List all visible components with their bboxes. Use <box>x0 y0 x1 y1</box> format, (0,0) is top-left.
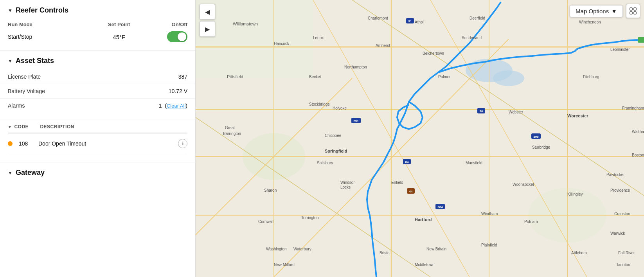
license-plate-value: 387 <box>178 74 187 80</box>
svg-text:Hancock: Hancock <box>274 41 290 46</box>
alarms-section: ▼ CODE DESCRIPTION 108 Door Open Timeout… <box>0 119 195 162</box>
reefer-controls-section: ▼ Reefer Controls Run Mode Set Point On/… <box>0 0 195 50</box>
map-options-label: Map Options <box>576 8 609 14</box>
map-options-chevron: ▼ <box>611 8 617 14</box>
svg-text:Hartford: Hartford <box>415 217 432 222</box>
svg-text:Leominster: Leominster <box>610 47 630 52</box>
start-stop-label: Start/Stop <box>8 34 82 40</box>
svg-text:Salisbury: Salisbury <box>317 161 333 165</box>
svg-text:Windham: Windham <box>481 212 498 216</box>
alarms-table-header[interactable]: ▼ CODE DESCRIPTION <box>8 119 187 133</box>
asset-stats-header[interactable]: ▼ Asset Stats <box>0 50 195 70</box>
svg-text:384: 384 <box>437 205 443 209</box>
asset-stats-triangle: ▼ <box>8 58 13 64</box>
svg-text:291: 291 <box>353 119 359 123</box>
alarms-row: Alarms 1 (Clear All) <box>0 99 195 113</box>
svg-text:Waltham: Waltham <box>632 130 644 134</box>
svg-text:Fall River: Fall River <box>618 251 635 255</box>
reefer-controls-title: Reefer Controls <box>16 6 68 14</box>
svg-text:Stockbridge: Stockbridge <box>309 102 330 106</box>
play-button[interactable]: ▶ <box>200 21 215 37</box>
map-top-right-controls: Map Options ▼ <box>570 4 640 18</box>
map-options-button[interactable]: Map Options ▼ <box>570 5 623 17</box>
license-plate-row: License Plate 387 <box>0 70 195 84</box>
toggle-track <box>167 31 187 42</box>
alarm-dot-0 <box>8 141 13 146</box>
svg-text:New Britain: New Britain <box>426 247 446 251</box>
map-expand-button[interactable] <box>626 4 640 18</box>
on-off-toggle[interactable] <box>167 31 187 42</box>
svg-text:Belchertown: Belchertown <box>423 51 444 56</box>
alarm-info-icon-0[interactable]: ℹ <box>178 139 187 148</box>
reefer-controls-header[interactable]: ▼ Reefer Controls <box>0 0 195 19</box>
svg-text:Amherst: Amherst <box>376 43 390 48</box>
svg-text:Fitchburg: Fitchburg <box>583 75 599 79</box>
svg-text:Middletown: Middletown <box>415 263 435 267</box>
svg-text:Chicopee: Chicopee <box>325 133 342 138</box>
svg-text:Pittsfield: Pittsfield <box>227 74 243 79</box>
asset-stats-title: Asset Stats <box>16 57 54 65</box>
svg-text:Boston: Boston <box>632 153 644 157</box>
svg-text:Holyoke: Holyoke <box>333 106 347 110</box>
gateway-header[interactable]: ▼ Gateway <box>0 162 195 182</box>
svg-text:Williamstown: Williamstown <box>233 22 258 26</box>
run-mode-col-header: Run Mode <box>8 22 82 27</box>
svg-text:Woonsocket: Woonsocket <box>513 182 534 187</box>
svg-text:Charlemont: Charlemont <box>368 16 388 20</box>
svg-text:Sharon: Sharon <box>264 188 277 192</box>
alarms-sort-triangle: ▼ <box>8 125 12 129</box>
svg-text:Great: Great <box>225 126 235 130</box>
asset-stats-section: ▼ Asset Stats License Plate 387 Battery … <box>0 50 195 119</box>
alarm-desc-0: Door Open Timeout <box>38 140 178 147</box>
map-svg: Williamstown Hancock Pittsfield Great Ba… <box>196 0 644 277</box>
svg-rect-24 <box>638 37 644 43</box>
svg-rect-2 <box>630 12 632 14</box>
svg-text:Palmer: Palmer <box>438 75 451 79</box>
svg-rect-0 <box>630 8 632 10</box>
svg-text:Cranston: Cranston <box>614 212 630 216</box>
svg-text:84: 84 <box>405 160 409 164</box>
svg-text:Athol: Athol <box>415 20 424 24</box>
svg-text:Webster: Webster <box>509 110 523 114</box>
description-column-header: DESCRIPTION <box>40 124 187 130</box>
svg-text:Enfield: Enfield <box>391 180 403 185</box>
svg-text:Winchendon: Winchendon <box>579 20 601 24</box>
svg-text:90: 90 <box>480 110 483 113</box>
svg-text:Northampton: Northampton <box>344 65 367 69</box>
svg-text:Pawtucket: Pawtucket <box>606 173 624 177</box>
gateway-triangle: ▼ <box>8 170 13 176</box>
toggle-thumb <box>178 32 186 41</box>
reefer-data-row: Start/Stop 45°F <box>0 30 195 45</box>
gateway-section: ▼ Gateway <box>0 162 195 182</box>
clear-all-link[interactable]: Clear All <box>167 103 185 109</box>
svg-text:Springfield: Springfield <box>325 149 347 153</box>
alarms-count: 1 <box>159 103 162 109</box>
back-button[interactable]: ◀ <box>200 4 215 20</box>
svg-text:Framingham: Framingham <box>622 106 644 110</box>
battery-voltage-row: Battery Voltage 10.72 V <box>0 84 195 99</box>
svg-text:Lenox: Lenox <box>313 36 324 40</box>
expand-icon <box>630 7 637 14</box>
left-panel: ▼ Reefer Controls Run Mode Set Point On/… <box>0 0 196 277</box>
svg-text:Warwick: Warwick <box>610 231 625 236</box>
battery-voltage-label: Battery Voltage <box>8 88 169 94</box>
svg-text:Cornwall: Cornwall <box>258 219 273 224</box>
svg-text:Providence: Providence <box>610 188 630 192</box>
battery-voltage-value: 10.72 V <box>169 88 187 94</box>
svg-text:New Milford: New Milford <box>274 263 295 267</box>
svg-text:Becket: Becket <box>309 75 321 79</box>
set-point-value: 45°F <box>82 34 157 40</box>
svg-text:91: 91 <box>408 20 412 23</box>
map-area: ◀ ▶ Map Options ▼ <box>196 0 644 277</box>
reefer-controls-triangle: ▼ <box>8 8 13 13</box>
svg-text:Barrington: Barrington <box>223 131 241 136</box>
svg-text:Sturbridge: Sturbridge <box>532 145 550 149</box>
svg-text:Windsor: Windsor <box>340 180 355 185</box>
svg-point-6 <box>493 70 524 86</box>
svg-text:Deerfield: Deerfield <box>470 16 485 20</box>
svg-rect-3 <box>634 12 636 14</box>
svg-rect-1 <box>634 8 636 10</box>
alarm-row-0: 108 Door Open Timeout ℹ <box>8 133 187 154</box>
map-top-left-controls: ◀ ▶ <box>200 4 215 37</box>
svg-text:Waterbury: Waterbury <box>293 247 311 251</box>
